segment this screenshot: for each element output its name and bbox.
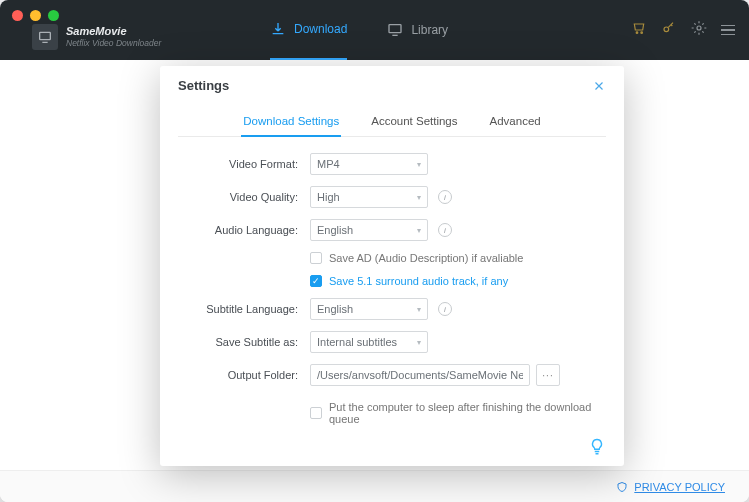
library-icon — [387, 22, 403, 38]
key-icon[interactable] — [661, 20, 677, 40]
browse-button[interactable]: ··· — [536, 364, 560, 386]
window-controls — [12, 10, 59, 21]
privacy-policy-link[interactable]: PRIVACY POLICY — [634, 481, 725, 493]
brand: SameMovie Netflix Video Downloader — [32, 24, 161, 50]
close-icon[interactable] — [592, 79, 606, 93]
nav-library-label: Library — [411, 23, 448, 37]
checkbox-save-51[interactable]: Save 5.1 surround audio track, if any — [310, 275, 606, 287]
lightbulb-icon[interactable] — [588, 438, 606, 456]
checkbox-save-ad[interactable]: Save AD (Audio Description) if avaliable — [310, 252, 606, 264]
label-video-quality: Video Quality: — [178, 191, 310, 203]
svg-point-3 — [641, 32, 643, 34]
value-subtitle-language: English — [317, 303, 353, 315]
value-video-quality: High — [317, 191, 340, 203]
settings-icon[interactable] — [691, 20, 707, 40]
checkbox-sleep-label: Put the computer to sleep after finishin… — [329, 401, 606, 425]
main-nav: Download Library — [270, 0, 448, 60]
tab-advanced[interactable]: Advanced — [488, 107, 543, 136]
chevron-down-icon: ▾ — [417, 226, 421, 235]
nav-download[interactable]: Download — [270, 0, 347, 60]
svg-rect-1 — [389, 25, 401, 33]
chevron-down-icon: ▾ — [417, 338, 421, 347]
checkbox-save-51-label: Save 5.1 surround audio track, if any — [329, 275, 508, 287]
checkbox-sleep[interactable]: Put the computer to sleep after finishin… — [310, 401, 606, 425]
checkbox-icon — [310, 252, 322, 264]
app-window: SameMovie Netflix Video Downloader Downl… — [0, 0, 749, 502]
checkbox-save-ad-label: Save AD (Audio Description) if avaliable — [329, 252, 523, 264]
footer: PRIVACY POLICY — [0, 470, 749, 502]
chevron-down-icon: ▾ — [417, 160, 421, 169]
value-save-subtitle-as: Internal subtitles — [317, 336, 397, 348]
label-video-format: Video Format: — [178, 158, 310, 170]
maximize-window-button[interactable] — [48, 10, 59, 21]
select-audio-language[interactable]: English▾ — [310, 219, 428, 241]
svg-point-4 — [664, 27, 669, 32]
close-window-button[interactable] — [12, 10, 23, 21]
select-video-quality[interactable]: High▾ — [310, 186, 428, 208]
select-video-format[interactable]: MP4▾ — [310, 153, 428, 175]
info-icon[interactable]: i — [438, 190, 452, 204]
value-audio-language: English — [317, 224, 353, 236]
menu-icon[interactable] — [721, 25, 735, 36]
svg-point-5 — [697, 26, 701, 30]
cart-icon[interactable] — [631, 20, 647, 40]
brand-subtitle: Netflix Video Downloader — [66, 39, 161, 48]
value-video-format: MP4 — [317, 158, 340, 170]
nav-library[interactable]: Library — [387, 0, 448, 60]
tab-download-settings[interactable]: Download Settings — [241, 107, 341, 137]
select-save-subtitle-as[interactable]: Internal subtitles▾ — [310, 331, 428, 353]
info-icon[interactable]: i — [438, 223, 452, 237]
label-audio-language: Audio Language: — [178, 224, 310, 236]
content-area: Settings Download Settings Account Setti… — [0, 60, 749, 470]
select-subtitle-language[interactable]: English▾ — [310, 298, 428, 320]
value-output-folder: /Users/anvsoft/Documents/SameMovie Netfl… — [317, 369, 523, 381]
info-icon[interactable]: i — [438, 302, 452, 316]
app-logo-icon — [32, 24, 58, 50]
checkbox-icon — [310, 407, 322, 419]
checkbox-checked-icon — [310, 275, 322, 287]
nav-download-label: Download — [294, 22, 347, 36]
chevron-down-icon: ▾ — [417, 193, 421, 202]
svg-point-2 — [636, 32, 638, 34]
tab-account-settings[interactable]: Account Settings — [369, 107, 459, 136]
titlebar: SameMovie Netflix Video Downloader Downl… — [0, 0, 749, 60]
download-icon — [270, 21, 286, 37]
brand-title: SameMovie — [66, 26, 161, 37]
settings-tabs: Download Settings Account Settings Advan… — [178, 107, 606, 137]
label-save-subtitle-as: Save Subtitle as: — [178, 336, 310, 348]
settings-form: Video Format: MP4▾ Video Quality: High▾ … — [178, 153, 606, 425]
input-output-folder[interactable]: /Users/anvsoft/Documents/SameMovie Netfl… — [310, 364, 530, 386]
settings-modal: Settings Download Settings Account Setti… — [160, 66, 624, 466]
modal-title: Settings — [178, 78, 229, 93]
label-output-folder: Output Folder: — [178, 369, 310, 381]
label-subtitle-language: Subtitle Language: — [178, 303, 310, 315]
shield-icon — [616, 481, 628, 493]
chevron-down-icon: ▾ — [417, 305, 421, 314]
toolbar-right — [631, 0, 735, 60]
svg-rect-0 — [40, 32, 51, 39]
minimize-window-button[interactable] — [30, 10, 41, 21]
